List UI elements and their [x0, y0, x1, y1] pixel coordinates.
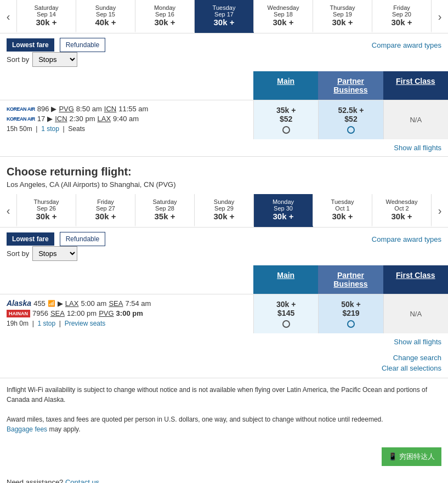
outbound-main-header[interactable]: Main: [253, 71, 318, 100]
return-main-radio[interactable]: [282, 320, 290, 328]
outbound-main-price: 35k +$52: [276, 106, 296, 123]
return-flight2-to: PVG: [99, 309, 114, 317]
outbound-date-cell-1[interactable]: SundaySep 1540k +: [76, 0, 135, 33]
return-show-all-link[interactable]: Show all flights: [394, 338, 441, 346]
outbound-partner-link[interactable]: Partner Business: [333, 77, 367, 94]
outbound-date-nav: ‹ SaturdaySep 1430k +SundaySep 1540k +Mo…: [0, 0, 448, 33]
outbound-partner-radio[interactable]: [347, 126, 355, 134]
return-main-cell[interactable]: 30k +$145: [253, 294, 318, 333]
return-refundable-btn[interactable]: Refundable: [60, 232, 105, 246]
outbound-show-all-link[interactable]: Show all flights: [394, 144, 441, 152]
return-date-cell-5[interactable]: TuesdayOct 130k +: [313, 194, 372, 227]
return-date-nav: ‹ ThursdaySep 2630k +FridaySep 2730k +Sa…: [0, 194, 448, 228]
outbound-flight-info: KOREAN AIR 896 ▶ PVG 8:50 am ICN 11:55 a…: [0, 100, 253, 139]
outbound-partner-price: 52.5k +$52: [338, 106, 364, 123]
outbound-sort-select[interactable]: Stops: [32, 52, 77, 67]
outbound-airline2-logo: KOREAN AIR: [7, 116, 35, 122]
return-partner-radio[interactable]: [347, 320, 355, 328]
return-main-header[interactable]: Main: [253, 265, 318, 294]
return-seats-link[interactable]: Preview seats: [65, 320, 106, 327]
return-first-price: N/A: [410, 310, 422, 318]
outbound-first-price: N/A: [410, 116, 422, 124]
outbound-fare-header-row: Main Partner Business First Class: [0, 71, 448, 100]
return-sort-row: Sort by Stops: [0, 246, 448, 265]
outbound-partner-header[interactable]: Partner Business: [318, 71, 383, 100]
outbound-flight1-screen-icon: ▶: [51, 105, 56, 113]
return-flight2-from: SEA: [50, 309, 65, 317]
outbound-compare-link[interactable]: Compare award types: [372, 41, 441, 49]
outbound-partner-cell[interactable]: 52.5k +$52: [318, 100, 383, 139]
outbound-fare-cells: 35k +$52 52.5k +$52 N/A: [253, 100, 448, 139]
return-airline1-logo: Alaska: [7, 299, 31, 308]
outbound-lowest-fare-btn[interactable]: Lowest fare: [7, 38, 54, 52]
watermark: 📱 穷困特达人: [382, 447, 441, 466]
footer-note1: Inflight Wi-Fi availability is subject t…: [7, 385, 441, 405]
return-next-arrow[interactable]: ›: [432, 199, 448, 223]
outbound-date-cell-0[interactable]: SaturdaySep 1430k +: [16, 0, 76, 33]
outbound-first-cell[interactable]: N/A: [383, 100, 448, 139]
return-first-link[interactable]: First Class: [396, 271, 435, 280]
return-stops-link[interactable]: 1 stop: [37, 320, 55, 327]
outbound-flight-line-1: KOREAN AIR 896 ▶ PVG 8:50 am ICN 11:55 a…: [7, 105, 247, 113]
outbound-date-cell-3[interactable]: TuesdaySep 1730k +: [195, 0, 254, 33]
return-section-subtitle: Los Angeles, CA (All Airports) to Shangh…: [0, 180, 448, 194]
return-date-cell-2[interactable]: SaturdaySep 2835k +: [135, 194, 195, 227]
outbound-flight2-to: LAX: [98, 115, 111, 123]
outbound-date-cell-2[interactable]: MondaySep 1630k +: [135, 0, 195, 33]
return-flight-container: Alaska 455 📶 ▶ LAX 5:00 am SEA 7:54 am H…: [0, 294, 448, 333]
outbound-next-arrow[interactable]: ›: [432, 5, 448, 29]
return-date-cell-1[interactable]: FridaySep 2730k +: [76, 194, 135, 227]
return-date-cell-4[interactable]: MondaySep 3030k +: [254, 194, 313, 227]
outbound-flight-container: KOREAN AIR 896 ▶ PVG 8:50 am ICN 11:55 a…: [0, 100, 448, 139]
footer-note2: Award miles, taxes and fees are quoted p…: [7, 414, 441, 424]
outbound-date-cell-6[interactable]: FridaySep 2030k +: [372, 0, 432, 33]
outbound-stops-link[interactable]: 1 stop: [41, 125, 59, 133]
return-sort-select[interactable]: Stops: [32, 246, 77, 261]
outbound-first-link[interactable]: First Class: [396, 77, 435, 86]
return-first-header[interactable]: First Class: [383, 265, 448, 294]
return-partner-header[interactable]: Partner Business: [318, 265, 383, 294]
footer-note2-suffix: may apply.: [47, 425, 80, 433]
outbound-prev-arrow[interactable]: ‹: [0, 5, 16, 29]
return-prev-arrow[interactable]: ‹: [0, 199, 16, 223]
baggage-fees-link[interactable]: Baggage fees: [7, 425, 47, 433]
need-help-section: Need assistance? Contact us: [0, 473, 448, 483]
outbound-main-link[interactable]: Main: [277, 77, 294, 86]
return-main-link[interactable]: Main: [277, 271, 294, 280]
outbound-refundable-btn[interactable]: Refundable: [60, 38, 105, 52]
return-duration: 19h 0m: [7, 320, 29, 327]
return-flight1-arr: 7:54 am: [125, 299, 151, 308]
outbound-date-cell-5[interactable]: ThursdaySep 1930k +: [313, 0, 372, 33]
outbound-first-header[interactable]: First Class: [383, 71, 448, 100]
outbound-main-cell[interactable]: 35k +$52: [253, 100, 318, 139]
return-flight1-num: 455: [33, 299, 46, 308]
return-show-all: Show all flights: [0, 333, 448, 350]
clear-all-link[interactable]: Clear all selections: [7, 364, 441, 372]
return-flight2-arr: 3:00 pm: [116, 309, 143, 317]
return-partner-link[interactable]: Partner Business: [333, 271, 367, 288]
return-date-cell-3[interactable]: SundaySep 2930k +: [195, 194, 254, 227]
outbound-flight2-dep: 2:30 pm: [70, 115, 95, 123]
outbound-sort-label: Sort by: [7, 55, 29, 64]
outbound-date-cell-4[interactable]: WednesdaySep 1830k +: [254, 0, 313, 33]
return-date-cell-0[interactable]: ThursdaySep 2630k +: [16, 194, 76, 227]
return-partner-cell[interactable]: 50k +$219: [318, 294, 383, 333]
outbound-flight1-arr: 11:55 am: [118, 105, 148, 113]
return-fare-cells: 30k +$145 50k +$219 N/A: [253, 294, 448, 333]
change-search-link[interactable]: Change search: [7, 354, 441, 362]
return-first-cell[interactable]: N/A: [383, 294, 448, 333]
return-flight-info: Alaska 455 📶 ▶ LAX 5:00 am SEA 7:54 am H…: [0, 294, 253, 333]
outbound-flight1-num: 896: [37, 105, 49, 113]
need-help-text: Need assistance?: [7, 478, 63, 483]
return-compare-link[interactable]: Compare award types: [372, 235, 441, 243]
contact-us-link[interactable]: Contact us: [65, 478, 99, 483]
return-flight1-dep: 5:00 am: [81, 299, 106, 308]
outbound-flight-row: KOREAN AIR 896 ▶ PVG 8:50 am ICN 11:55 a…: [0, 100, 448, 139]
outbound-main-radio[interactable]: [282, 126, 290, 134]
return-flight-line-1: Alaska 455 📶 ▶ LAX 5:00 am SEA 7:54 am: [7, 299, 247, 308]
outbound-flight-meta: 15h 50m | 1 stop | Seats: [7, 125, 247, 133]
return-fare-cols-header: Main Partner Business First Class: [253, 265, 448, 294]
return-lowest-fare-btn[interactable]: Lowest fare: [7, 232, 54, 246]
outbound-flight2-screen-icon: ▶: [47, 115, 53, 123]
return-date-cell-6[interactable]: WednesdayOct 230k +: [372, 194, 432, 227]
